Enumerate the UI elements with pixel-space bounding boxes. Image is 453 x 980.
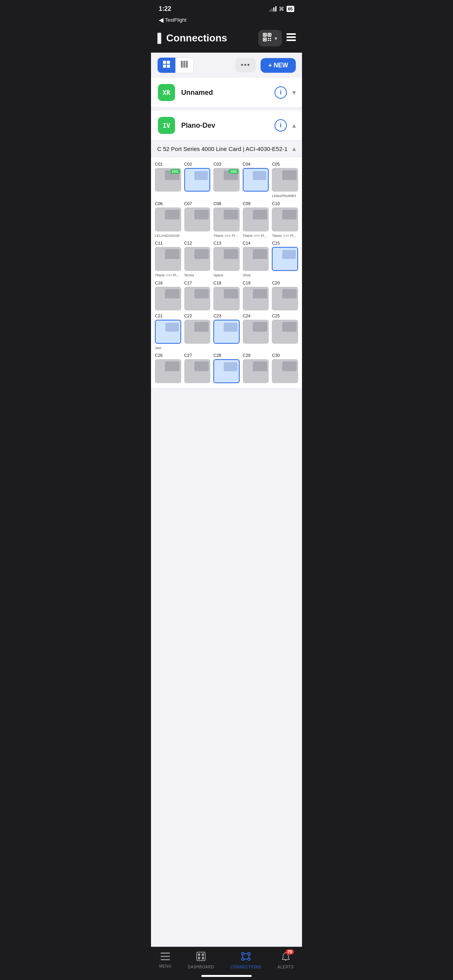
port-box-c09[interactable] <box>243 207 269 231</box>
more-button[interactable]: ••• <box>235 58 256 72</box>
info-button-plano[interactable]: i <box>275 119 287 132</box>
port-cell-c17[interactable]: C17 <box>184 281 211 310</box>
port-cell-c21[interactable]: C21Jam <box>155 314 181 350</box>
tab-menu[interactable]: MENU <box>159 953 171 968</box>
port-label-c23: C23 <box>213 314 221 318</box>
testflight-bar[interactable]: ◀ TestFlight <box>151 15 302 27</box>
port-cell-c09[interactable]: C09Titanic >>> Pl... <box>243 201 269 238</box>
tab-dashboard[interactable]: DASHBOARD <box>188 952 214 969</box>
port-box-c25[interactable] <box>272 320 298 343</box>
port-cell-c24[interactable]: C24 <box>243 314 269 350</box>
port-cell-c18[interactable]: C18 <box>213 281 240 310</box>
port-box-c20[interactable] <box>272 287 298 310</box>
port-connector-icon <box>165 249 179 259</box>
port-box-c18[interactable] <box>213 287 240 310</box>
port-label-c14: C14 <box>243 241 251 245</box>
port-cell-c29[interactable]: C29 <box>243 353 269 383</box>
port-box-c12[interactable] <box>184 247 211 271</box>
port-box-c11[interactable] <box>155 247 181 271</box>
port-cell-c10[interactable]: C10Titanic >>> Pl... <box>272 201 298 238</box>
port-cell-c14[interactable]: C14Shoe <box>243 241 269 277</box>
port-box-c16[interactable] <box>155 287 181 310</box>
expand-button-plano[interactable]: ▴ <box>292 121 296 130</box>
info-button-unnamed[interactable]: i <box>275 86 287 99</box>
tab-connections[interactable]: CONNECTIONS <box>230 952 261 969</box>
port-cell-c25[interactable]: C25 <box>272 314 298 350</box>
port-box-c26[interactable] <box>155 359 181 383</box>
port-box-c24[interactable] <box>243 320 269 343</box>
port-cell-c20[interactable]: C20 <box>272 281 298 310</box>
svg-rect-6 <box>268 38 269 39</box>
port-cell-c28[interactable]: C28 <box>213 353 240 383</box>
port-box-c30[interactable] <box>272 359 298 383</box>
port-box-c03[interactable]: 10G <box>213 168 240 192</box>
back-button[interactable]: ‹ <box>157 33 161 44</box>
port-box-c28[interactable] <box>213 359 240 383</box>
expand-button-unnamed[interactable]: ▾ <box>292 88 296 97</box>
column-view-button[interactable] <box>175 58 193 73</box>
port-box-c23[interactable] <box>213 320 240 343</box>
home-indicator <box>201 975 252 977</box>
port-box-c27[interactable] <box>184 359 211 383</box>
port-cell-c30[interactable]: C30 <box>272 353 298 383</box>
port-cell-c23[interactable]: C23 <box>213 314 240 350</box>
port-connector-icon <box>282 322 297 332</box>
grid-view-button[interactable] <box>158 58 175 73</box>
port-box-c13[interactable] <box>213 247 240 271</box>
port-cell-c01[interactable]: C0110G <box>155 162 181 198</box>
port-box-c01[interactable]: 10G <box>155 168 181 192</box>
port-box-c10[interactable] <box>272 207 298 231</box>
port-cell-c22[interactable]: C22 <box>184 314 211 350</box>
svg-rect-10 <box>287 33 296 35</box>
port-cell-c27[interactable]: C27 <box>184 353 211 383</box>
connections-icon <box>241 952 251 963</box>
port-label-c25: C25 <box>272 314 280 318</box>
port-box-c22[interactable] <box>184 320 211 343</box>
port-box-c08[interactable] <box>213 207 240 231</box>
list-view-button[interactable] <box>287 33 296 43</box>
port-label-c27: C27 <box>184 353 192 358</box>
port-connector-icon <box>253 289 267 299</box>
new-button[interactable]: + NEW <box>261 58 296 73</box>
port-label-c03: C03 <box>213 162 221 166</box>
port-cell-c05[interactable]: C05LelandTestMB3 <box>272 162 298 198</box>
port-box-c17[interactable] <box>184 287 211 310</box>
port-cell-c03[interactable]: C0310G <box>213 162 240 198</box>
port-cell-c13[interactable]: C13Space <box>213 241 240 277</box>
port-connection-label: Shoe <box>243 273 251 278</box>
port-box-c15[interactable] <box>272 247 298 271</box>
port-cell-c12[interactable]: C12Tennis <box>184 241 211 277</box>
port-cell-c07[interactable]: C07 <box>184 201 211 238</box>
port-cell-c19[interactable]: C19 <box>243 281 269 310</box>
port-cell-c15[interactable]: C15 <box>272 241 298 277</box>
port-box-c14[interactable] <box>243 247 269 271</box>
port-cell-c26[interactable]: C26 <box>155 353 181 383</box>
group-name-unnamed: Unnamed <box>181 89 269 97</box>
port-cell-c02[interactable]: C02 <box>184 162 211 198</box>
toolbar: ••• + NEW <box>151 53 302 78</box>
svg-rect-7 <box>270 38 271 39</box>
port-label-c07: C07 <box>184 201 192 206</box>
port-box-c29[interactable] <box>243 359 269 383</box>
signal-icon <box>269 6 276 12</box>
port-cell-c16[interactable]: C16 <box>155 281 181 310</box>
svg-rect-17 <box>181 61 183 68</box>
port-box-c05[interactable] <box>272 168 298 192</box>
port-cell-c11[interactable]: C11Titanic >>> Pl... <box>155 241 181 277</box>
section-collapse-button[interactable]: ▴ <box>292 144 296 153</box>
port-label-c05: C05 <box>272 162 280 166</box>
port-connection-label: LelandTestMB3 <box>272 194 296 198</box>
port-cell-c06[interactable]: C06LELANDSSO35 <box>155 201 181 238</box>
port-box-c21[interactable] <box>155 320 181 343</box>
port-cell-c08[interactable]: C08Titanic >>> Pl... <box>213 201 240 238</box>
port-box-c02[interactable] <box>184 168 211 192</box>
menu-icon <box>161 953 170 963</box>
qr-button[interactable]: ▾ <box>258 30 282 46</box>
port-box-c06[interactable] <box>155 207 181 231</box>
tab-alerts[interactable]: 79 ALERTS <box>278 952 294 969</box>
port-box-c07[interactable] <box>184 207 211 231</box>
port-box-c04[interactable] <box>243 168 269 192</box>
port-box-c19[interactable] <box>243 287 269 310</box>
port-cell-c04[interactable]: C04 <box>243 162 269 198</box>
battery-icon: 65 <box>287 6 294 12</box>
